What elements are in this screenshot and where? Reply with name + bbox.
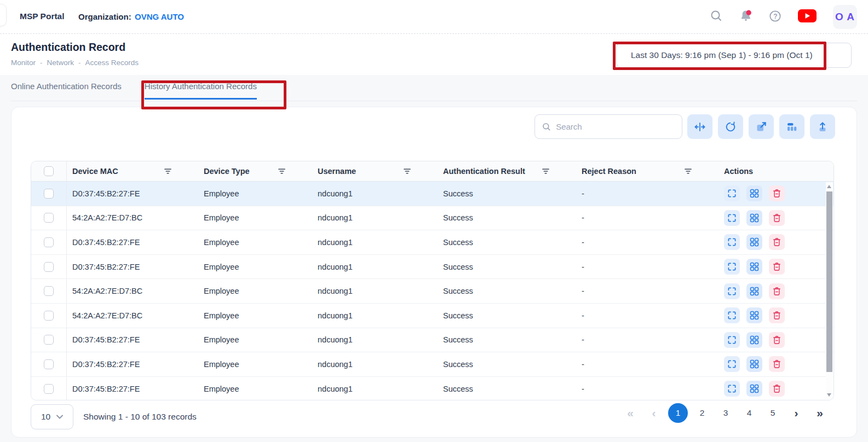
delete-record-button[interactable] (769, 381, 785, 397)
row-checkbox-cell (31, 279, 67, 303)
delete-record-button[interactable] (769, 234, 785, 250)
sidebar-collapse-handle[interactable] (0, 4, 7, 26)
expand-record-button[interactable] (724, 234, 740, 250)
row-checkbox[interactable] (44, 237, 54, 247)
expand-record-button[interactable] (724, 283, 740, 299)
page-number-button[interactable]: 3 (716, 403, 735, 423)
delete-record-button[interactable] (769, 185, 785, 201)
column-header-device-type[interactable]: Device Type (198, 167, 312, 176)
page-number-button[interactable]: 1 (668, 403, 688, 423)
table-row[interactable]: D0:37:45:B2:27:FE Employee ndcuong1 Succ… (31, 377, 833, 400)
column-header-authentication-result[interactable]: Authentication Result (438, 167, 576, 176)
table-row[interactable]: 54:2A:A2:7E:D7:BC Employee ndcuong1 Succ… (31, 304, 833, 328)
qr-code-button[interactable] (746, 259, 762, 275)
cell-actions (718, 234, 833, 250)
cell-reject-reason: - (576, 311, 718, 320)
expand-icon (727, 189, 737, 198)
expand-record-button[interactable] (724, 307, 740, 323)
svg-text:?: ? (773, 12, 777, 20)
last-page-button[interactable]: » (810, 403, 829, 423)
table-scrollbar[interactable] (826, 182, 833, 399)
row-checkbox[interactable] (44, 384, 54, 394)
delete-record-button[interactable] (769, 210, 785, 226)
prev-page-button[interactable]: ‹ (645, 403, 663, 423)
tab-history-authentication-records[interactable]: History Authentication Records (145, 82, 257, 100)
export-button[interactable] (810, 114, 835, 139)
organization-link[interactable]: OVNG AUTO (135, 12, 184, 21)
qr-code-button[interactable] (746, 356, 762, 372)
column-header-device-mac[interactable]: Device MAC (67, 167, 198, 176)
qr-code-button[interactable] (746, 185, 762, 201)
table-row[interactable]: 54:2A:A2:7E:D7:BC Employee ndcuong1 Succ… (31, 206, 833, 231)
row-checkbox[interactable] (44, 213, 54, 223)
qr-code-button[interactable] (746, 283, 762, 299)
breadcrumb-item-monitor[interactable]: Monitor (11, 59, 36, 67)
select-all-checkbox[interactable] (44, 166, 54, 176)
filter-icon[interactable] (403, 168, 411, 175)
table-row[interactable]: D0:37:45:B2:27:FE Employee ndcuong1 Succ… (31, 255, 833, 280)
filter-icon[interactable] (278, 168, 286, 175)
qr-code-button[interactable] (746, 210, 762, 226)
row-checkbox[interactable] (44, 189, 54, 199)
scrollbar-thumb[interactable] (826, 191, 832, 372)
filter-icon[interactable] (684, 168, 692, 175)
avatar[interactable]: O A (833, 5, 857, 29)
row-checkbox[interactable] (44, 311, 54, 321)
next-page-button[interactable]: › (787, 403, 806, 423)
delete-record-button[interactable] (769, 259, 785, 275)
brand-title: MSP Portal (20, 11, 65, 21)
row-checkbox[interactable] (44, 286, 54, 296)
expand-record-button[interactable] (724, 259, 740, 275)
delete-record-button[interactable] (769, 283, 785, 299)
row-checkbox[interactable] (44, 335, 54, 345)
scrollbar-down-arrow[interactable] (827, 393, 831, 397)
table-row[interactable]: D0:37:45:B2:27:FE Employee ndcuong1 Succ… (31, 230, 833, 255)
page-number-button[interactable]: 2 (693, 403, 711, 423)
table-row[interactable]: 54:2A:A2:7E:D7:BC Employee ndcuong1 Succ… (31, 279, 833, 304)
help-icon[interactable]: ? (769, 10, 781, 25)
delete-record-button[interactable] (769, 307, 785, 323)
tab-online-authentication-records[interactable]: Online Authentication Records (11, 82, 122, 100)
open-in-new-button[interactable] (749, 114, 774, 139)
table-row[interactable]: D0:37:45:B2:27:FE Employee ndcuong1 Succ… (31, 182, 833, 206)
filter-icon[interactable] (542, 168, 550, 175)
qr-code-button[interactable] (746, 307, 762, 323)
notifications-bell-icon[interactable] (739, 9, 753, 25)
table-row[interactable]: D0:37:45:B2:27:FE Employee ndcuong1 Succ… (31, 352, 833, 377)
table-row[interactable]: D0:37:45:B2:27:FE Employee ndcuong1 Succ… (31, 328, 833, 353)
columns-button[interactable] (779, 114, 804, 139)
breadcrumb-item-access-records[interactable]: Access Records (85, 59, 139, 67)
fit-columns-button[interactable] (687, 114, 712, 139)
qr-code-button[interactable] (746, 234, 762, 250)
search-icon[interactable] (710, 9, 723, 25)
expand-record-button[interactable] (724, 210, 740, 226)
row-checkbox[interactable] (44, 262, 54, 272)
breadcrumb-item-network[interactable]: Network (47, 59, 74, 67)
qr-code-button[interactable] (746, 332, 762, 348)
date-range-picker[interactable]: Last 30 Days: 9:16 pm (Sep 1) - 9:16 pm … (616, 43, 852, 68)
search-input[interactable] (556, 122, 675, 131)
page-number-button[interactable]: 4 (740, 403, 758, 423)
delete-record-button[interactable] (769, 332, 785, 348)
first-page-button[interactable]: « (621, 403, 640, 423)
expand-record-button[interactable] (724, 356, 740, 372)
expand-record-button[interactable] (724, 332, 740, 348)
breadcrumb: Monitor - Network - Access Records (11, 59, 139, 67)
refresh-button[interactable] (718, 114, 743, 139)
cell-device-mac: 54:2A:A2:7E:D7:BC (67, 287, 198, 295)
cell-device-mac: D0:37:45:B2:27:FE (67, 335, 198, 344)
column-header-reject-reason[interactable]: Reject Reason (576, 167, 718, 176)
scrollbar-up-arrow[interactable] (827, 185, 831, 188)
expand-record-button[interactable] (724, 185, 740, 201)
row-checkbox[interactable] (44, 359, 54, 369)
column-header-username[interactable]: Username (312, 167, 438, 176)
trash-icon (772, 287, 781, 296)
page-number-button[interactable]: 5 (763, 403, 782, 423)
cell-reject-reason: - (576, 213, 718, 222)
expand-record-button[interactable] (724, 381, 740, 397)
page-size-select[interactable]: 10 (31, 404, 73, 429)
delete-record-button[interactable] (769, 356, 785, 372)
qr-code-button[interactable] (746, 381, 762, 397)
filter-icon[interactable] (164, 168, 172, 175)
youtube-icon[interactable] (797, 9, 817, 25)
